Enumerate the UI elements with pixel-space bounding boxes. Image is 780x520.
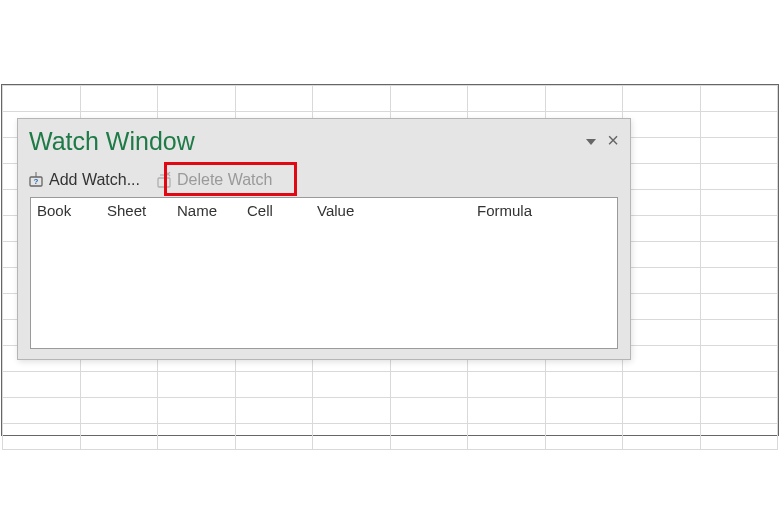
- watch-window-panel: Watch Window × ? Add Watch... Delete Wa: [17, 118, 631, 360]
- delete-watch-label: Delete Watch: [177, 171, 272, 189]
- chevron-down-icon: [586, 139, 596, 145]
- panel-toolbar: ? Add Watch... Delete Watch: [20, 167, 280, 193]
- watch-list-header: Book Sheet Name Cell Value Formula: [31, 198, 617, 222]
- add-watch-label: Add Watch...: [49, 171, 140, 189]
- panel-title: Watch Window: [18, 119, 630, 156]
- svg-text:?: ?: [34, 177, 39, 186]
- panel-options-dropdown[interactable]: [582, 129, 600, 151]
- close-button[interactable]: ×: [604, 132, 622, 148]
- column-header-value[interactable]: Value: [311, 202, 471, 219]
- delete-watch-button: Delete Watch: [148, 167, 280, 193]
- svg-rect-3: [158, 178, 170, 187]
- delete-watch-icon: [156, 172, 172, 188]
- column-header-cell[interactable]: Cell: [241, 202, 311, 219]
- add-watch-icon: ?: [28, 172, 44, 188]
- close-icon: ×: [607, 129, 619, 151]
- add-watch-button[interactable]: ? Add Watch...: [20, 167, 148, 193]
- column-header-sheet[interactable]: Sheet: [101, 202, 171, 219]
- watch-list-area[interactable]: Book Sheet Name Cell Value Formula: [30, 197, 618, 349]
- column-header-name[interactable]: Name: [171, 202, 241, 219]
- column-header-book[interactable]: Book: [31, 202, 101, 219]
- column-header-formula[interactable]: Formula: [471, 202, 532, 219]
